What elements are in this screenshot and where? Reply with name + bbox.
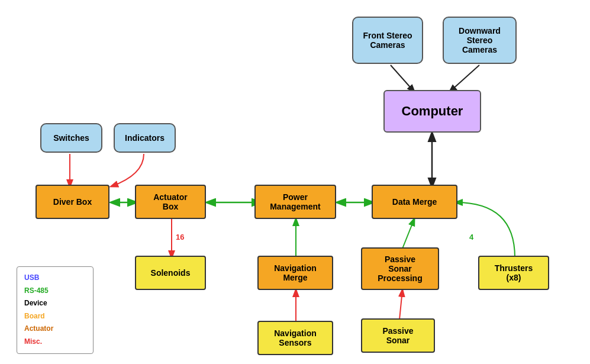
svg-line-11	[399, 290, 402, 320]
downward-stereo-label: Downward Stereo Cameras	[459, 26, 501, 54]
thrusters-label: Thrusters (x8)	[495, 263, 533, 282]
solenoids-label: Solenoids	[151, 268, 191, 278]
computer-label: Computer	[402, 104, 463, 119]
solenoids-node: Solenoids	[135, 256, 206, 290]
passive-sonar-node: Passive Sonar	[361, 318, 435, 353]
front-stereo-label: Front Stereo Cameras	[363, 31, 412, 50]
legend-device: Device	[24, 297, 86, 310]
power-management-node: Power Management	[254, 185, 336, 219]
computer-node: Computer	[383, 90, 481, 133]
svg-line-9	[402, 219, 414, 249]
passive-sonar-label: Passive Sonar	[382, 326, 413, 345]
nav-sensors-node: Navigation Sensors	[257, 321, 333, 355]
svg-text:16: 16	[176, 233, 184, 241]
svg-text:4: 4	[469, 233, 474, 241]
passive-sonar-processing-label: Passive Sonar Processing	[378, 255, 422, 283]
indicators-node: Indicators	[114, 123, 176, 153]
legend-board: Board	[24, 310, 86, 323]
diver-box-label: Diver Box	[53, 197, 92, 207]
switches-node: Switches	[40, 123, 102, 153]
data-merge-label: Data Merge	[392, 197, 437, 207]
passive-sonar-processing-node: Passive Sonar Processing	[361, 247, 439, 290]
actuator-box-node: Actuator Box	[135, 185, 206, 219]
switches-label: Switches	[53, 133, 89, 143]
nav-merge-label: Navigation Merge	[274, 263, 317, 282]
thrusters-node: Thrusters (x8)	[478, 256, 549, 290]
svg-line-0	[391, 65, 414, 92]
diagram: 16 4 Front Stereo Cameras Downward Stere…	[0, 0, 590, 364]
nav-sensors-label: Navigation Sensors	[274, 328, 317, 347]
indicators-label: Indicators	[125, 133, 165, 143]
svg-line-1	[450, 65, 479, 92]
front-stereo-cameras-node: Front Stereo Cameras	[352, 17, 423, 64]
downward-stereo-cameras-node: Downward Stereo Cameras	[443, 17, 517, 64]
nav-merge-node: Navigation Merge	[257, 256, 333, 290]
legend-misc: Misc.	[24, 336, 86, 349]
data-merge-node: Data Merge	[372, 185, 457, 219]
legend-actuator: Actuator	[24, 323, 86, 336]
legend-usb: USB	[24, 272, 86, 285]
actuator-box-label: Actuator Box	[153, 192, 188, 211]
power-management-label: Power Management	[270, 192, 321, 211]
diver-box-node: Diver Box	[36, 185, 109, 219]
legend: USB RS-485 Device Board Actuator Misc.	[17, 266, 94, 354]
legend-rs485: RS-485	[24, 285, 86, 298]
